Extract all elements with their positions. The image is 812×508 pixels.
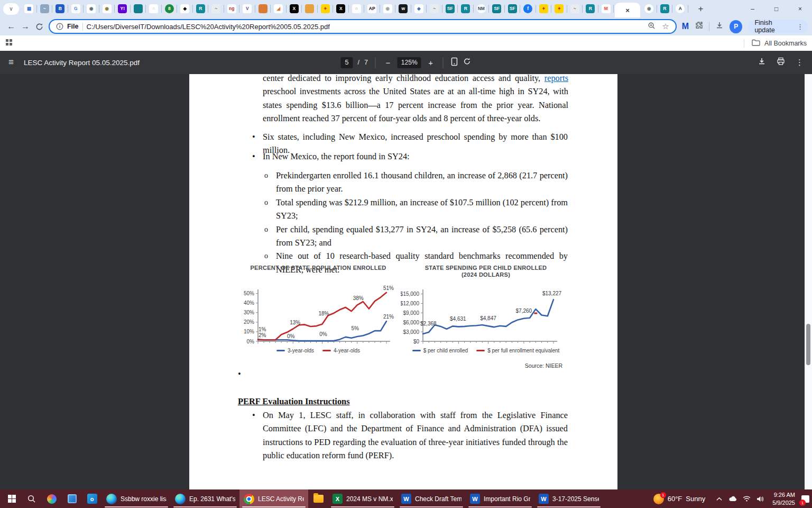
volume-icon[interactable] [756, 496, 764, 502]
pinned-tab[interactable]: ◉ [99, 0, 115, 17]
profile-avatar[interactable]: P [730, 20, 742, 33]
malwarebytes-extension-icon[interactable]: M [682, 22, 689, 31]
pinned-tab[interactable]: ng [224, 0, 240, 17]
pinned-tab[interactable]: ◉ [641, 0, 657, 17]
pinned-tab[interactable]: ~ [567, 0, 583, 17]
zoom-level-input[interactable]: 125% [398, 57, 421, 68]
pinned-tab[interactable]: SF [489, 0, 505, 17]
pdf-viewport[interactable]: center dedicated to improving early chil… [0, 74, 812, 489]
apps-grid-icon[interactable] [5, 39, 13, 48]
taskbar-app-word[interactable]: W3-17-2025 Senseles... [534, 489, 603, 508]
onedrive-cloud-icon[interactable] [728, 496, 737, 502]
pinned-tab[interactable]: SF [505, 0, 521, 17]
pinned-tab[interactable]: ~ [427, 0, 442, 17]
forward-button[interactable]: → [19, 20, 33, 34]
taskbar-app-word[interactable]: WImportant Rio Gran... [466, 489, 534, 508]
page-number-input[interactable]: 5 [340, 57, 353, 68]
copilot-button[interactable] [42, 489, 62, 508]
task-view-button[interactable] [62, 489, 82, 508]
bookmark-star-icon[interactable]: ☆ [662, 22, 669, 31]
finish-update-button[interactable]: Finish update ⋮ [748, 20, 808, 33]
reports-link[interactable]: reports [545, 74, 568, 83]
pinned-tab[interactable]: SF [442, 0, 458, 17]
pinned-tab[interactable]: NM [474, 0, 490, 17]
word-icon: W [470, 494, 480, 504]
pinned-tab[interactable]: w [395, 0, 411, 17]
pinned-tab[interactable]: AP [364, 0, 380, 17]
print-icon[interactable] [777, 57, 785, 68]
pinned-tab[interactable]: ◢ [271, 0, 287, 17]
pinned-tab[interactable]: V [239, 0, 255, 17]
pinned-tab[interactable] [255, 0, 271, 17]
download-icon[interactable] [758, 57, 766, 68]
taskbar-app-chrome[interactable]: LESC Activity Repor... [239, 489, 308, 508]
wifi-icon[interactable] [743, 496, 751, 502]
pinned-tab[interactable]: ○ [146, 0, 162, 17]
pinned-tab[interactable]: R [583, 0, 598, 17]
maximize-button[interactable]: □ [764, 0, 788, 17]
active-tab[interactable]: × [615, 3, 640, 17]
zoom-in-button[interactable]: + [426, 58, 436, 67]
close-button[interactable]: × [788, 0, 812, 17]
taskbar-app-edge[interactable]: Ep. 2631 What's Mo... [171, 489, 239, 508]
pinned-tab[interactable]: B [52, 0, 68, 17]
close-icon[interactable]: × [625, 6, 630, 14]
all-bookmarks-button[interactable]: All Bookmarks [764, 40, 807, 47]
pinned-tab[interactable] [302, 0, 318, 17]
pinned-tab[interactable]: R [657, 0, 673, 17]
pinned-tab[interactable]: 8 [162, 0, 178, 17]
pinned-tab[interactable]: ~ [208, 0, 224, 17]
pinned-tab[interactable]: ✦ [318, 0, 334, 17]
taskbar-clock[interactable]: 9:26 AM 5/9/2025 [769, 491, 799, 507]
taskbar-app-edge[interactable]: Ssbbw roxxie lisalo... [102, 489, 171, 508]
pinned-tab[interactable]: G [68, 0, 84, 17]
pinned-tab[interactable]: ○ [349, 0, 365, 17]
pinned-tab[interactable]: ◈ [411, 0, 427, 17]
pinned-tab[interactable]: ✦ [536, 0, 552, 17]
hamburger-menu-icon[interactable]: ≡ [8, 57, 14, 68]
pinned-tab[interactable]: ◉ [84, 0, 99, 17]
address-bar[interactable]: File C:/Users/DiverseIT/Downloads/LESC%2… [49, 19, 677, 34]
pinned-tab[interactable]: ◆ [177, 0, 193, 17]
pinned-tab[interactable]: ~ [37, 0, 53, 17]
new-tab-button[interactable]: + [694, 2, 708, 16]
pinned-tab[interactable]: X [287, 0, 302, 17]
start-button[interactable] [2, 489, 22, 508]
pinned-tab[interactable]: ▦ [21, 0, 37, 17]
chevron-up-icon[interactable] [716, 496, 723, 502]
pinned-tab[interactable]: M [598, 0, 614, 17]
pinned-tab[interactable]: R [458, 0, 474, 17]
kebab-menu-icon[interactable]: ⋮ [796, 58, 804, 67]
notification-center-button[interactable]: 1 [799, 489, 811, 508]
pinned-tab[interactable]: A [672, 0, 688, 17]
taskbar-app-explorer[interactable] [308, 489, 328, 508]
pinned-tab[interactable]: R [193, 0, 209, 17]
outlook-button[interactable]: o [82, 489, 102, 508]
scrollbar-track[interactable] [805, 74, 812, 489]
downloads-icon[interactable] [715, 21, 724, 32]
taskbar-app-word[interactable]: WCheck Draft Templa... [397, 489, 466, 508]
tab-search-button[interactable]: v [3, 3, 19, 15]
url-text[interactable]: C:/Users/DiverseIT/Downloads/LESC%20Acti… [87, 23, 644, 31]
fit-page-button[interactable] [451, 57, 458, 68]
pinned-tab[interactable]: f [520, 0, 536, 17]
pinned-tab[interactable]: ✦ [551, 0, 567, 17]
scrollbar-thumb[interactable] [806, 324, 810, 365]
favicon [305, 4, 314, 13]
reload-button[interactable] [32, 20, 47, 34]
extensions-puzzle-icon[interactable] [695, 21, 703, 32]
kebab-menu-icon[interactable]: ⋮ [797, 23, 804, 31]
taskbar-app-excel[interactable]: X2024 MS v NM.xlsx ... [328, 489, 397, 508]
zoom-page-icon[interactable] [648, 22, 656, 32]
search-button[interactable] [22, 489, 42, 508]
zoom-out-button[interactable]: − [383, 58, 393, 67]
weather-widget[interactable]: 1 60°F Sunny [648, 494, 710, 504]
pinned-tab[interactable]: ◉ [380, 0, 396, 17]
minimize-button[interactable]: – [741, 0, 764, 17]
back-button[interactable]: ← [4, 20, 19, 34]
pinned-tab[interactable]: Y! [115, 0, 131, 17]
pinned-tab[interactable]: X [333, 0, 349, 17]
rotate-button[interactable] [463, 57, 472, 68]
info-icon[interactable] [56, 23, 63, 30]
pinned-tab[interactable] [131, 0, 146, 17]
